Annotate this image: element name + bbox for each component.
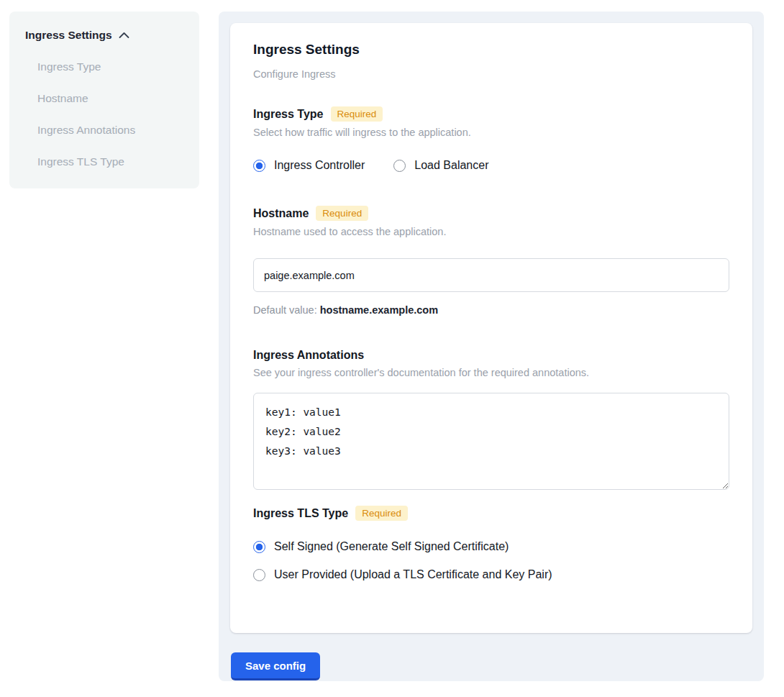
radio-option-user-provided[interactable]: User Provided (Upload a TLS Certificate … xyxy=(253,568,729,581)
sidebar: Ingress Settings Ingress Type Hostname I… xyxy=(9,12,199,188)
sidebar-item-ingress-type[interactable]: Ingress Type xyxy=(25,60,182,73)
ingress-controller-radio[interactable] xyxy=(253,160,265,172)
ingress-type-options: Ingress Controller Load Balancer xyxy=(253,159,729,172)
radio-option-self-signed[interactable]: Self Signed (Generate Self Signed Certif… xyxy=(253,540,729,553)
sidebar-item-ingress-annotations[interactable]: Ingress Annotations xyxy=(25,124,182,137)
ingress-settings-card: Ingress Settings Configure Ingress Ingre… xyxy=(230,23,752,633)
self-signed-radio[interactable] xyxy=(253,541,265,553)
sidebar-item-ingress-tls-type[interactable]: Ingress TLS Type xyxy=(25,155,182,168)
radio-label-self-signed: Self Signed (Generate Self Signed Certif… xyxy=(274,540,509,553)
radio-label-ingress-controller: Ingress Controller xyxy=(274,159,365,172)
page: Ingress Settings Ingress Type Hostname I… xyxy=(0,0,784,697)
ingress-annotations-help: See your ingress controller's documentat… xyxy=(253,367,729,378)
sidebar-header-label: Ingress Settings xyxy=(25,29,112,42)
radio-label-user-provided: User Provided (Upload a TLS Certificate … xyxy=(274,568,552,581)
settings-panel: Ingress Settings Configure Ingress Ingre… xyxy=(219,12,764,681)
card-title: Ingress Settings xyxy=(253,42,729,58)
ingress-annotations-textarea[interactable]: key1: value1 key2: value2 key3: value3 xyxy=(253,393,729,490)
user-provided-radio[interactable] xyxy=(253,569,265,581)
hostname-default-prefix: Default value: xyxy=(253,304,320,316)
ingress-annotations-label: Ingress Annotations xyxy=(253,349,364,362)
sidebar-header[interactable]: Ingress Settings xyxy=(25,29,182,42)
ingress-type-help: Select how traffic will ingress to the a… xyxy=(253,127,729,138)
ingress-type-label: Ingress Type xyxy=(253,108,324,121)
radio-option-load-balancer[interactable]: Load Balancer xyxy=(393,159,488,172)
chevron-up-icon xyxy=(119,32,129,39)
required-badge: Required xyxy=(331,106,383,122)
ingress-tls-type-options: Self Signed (Generate Self Signed Certif… xyxy=(253,540,729,581)
field-hostname: Hostname Required Hostname used to acces… xyxy=(253,206,729,316)
sidebar-nav: Ingress Type Hostname Ingress Annotation… xyxy=(25,60,182,168)
sidebar-item-hostname[interactable]: Hostname xyxy=(25,92,182,105)
radio-label-load-balancer: Load Balancer xyxy=(414,159,488,172)
radio-option-ingress-controller[interactable]: Ingress Controller xyxy=(253,159,365,172)
card-subtitle: Configure Ingress xyxy=(253,68,729,80)
hostname-label: Hostname xyxy=(253,207,309,220)
required-badge: Required xyxy=(355,506,408,521)
hostname-default-line: Default value: hostname.example.com xyxy=(253,304,729,316)
load-balancer-radio[interactable] xyxy=(393,160,406,172)
save-config-button[interactable]: Save config xyxy=(231,652,320,680)
field-ingress-tls-type: Ingress TLS Type Required Self Signed (G… xyxy=(253,506,729,581)
hostname-default-value: hostname.example.com xyxy=(320,304,438,316)
hostname-input[interactable] xyxy=(253,258,729,292)
field-ingress-annotations: Ingress Annotations See your ingress con… xyxy=(253,349,729,490)
hostname-help: Hostname used to access the application. xyxy=(253,226,729,237)
field-ingress-type: Ingress Type Required Select how traffic… xyxy=(253,106,729,172)
required-badge: Required xyxy=(316,206,368,221)
ingress-tls-type-label: Ingress TLS Type xyxy=(253,507,348,520)
